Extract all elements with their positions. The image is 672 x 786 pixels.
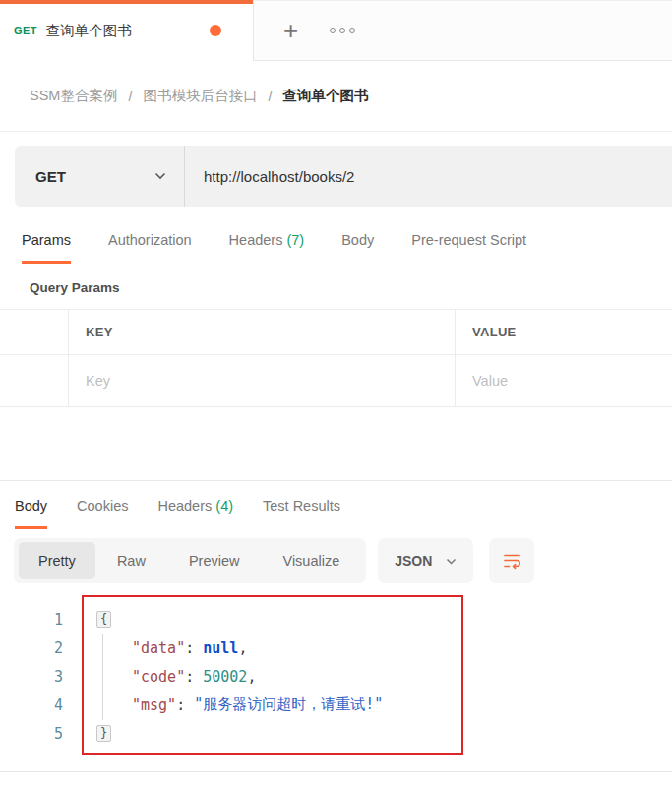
tab-method-badge: GET (14, 25, 37, 36)
json-comma: , (238, 639, 247, 657)
tab-strip: GET 查询单个图书 + (0, 0, 672, 61)
fold-toggle-icon[interactable]: { (96, 611, 111, 628)
tab-strip-rest: + (254, 0, 672, 61)
code-line: 4 "msg": "服务器访问超时，请重试!" (0, 691, 672, 719)
line-number: 1 (0, 611, 79, 629)
breadcrumb-item-folder[interactable]: 图书模块后台接口 (143, 87, 257, 105)
chevron-down-icon (154, 172, 166, 180)
json-value-null: null (203, 639, 238, 657)
param-key-input[interactable] (86, 373, 436, 389)
fold-toggle-icon[interactable]: } (96, 725, 111, 742)
code-line: 2 "data": null, (0, 634, 672, 662)
breadcrumb-item-request: 查询单个图书 (282, 87, 368, 105)
tab-pre-request-script[interactable]: Pre-request Script (411, 232, 526, 264)
request-bar: GET (15, 146, 672, 207)
tab-params[interactable]: Params (22, 232, 71, 264)
tab-authorization[interactable]: Authorization (108, 232, 192, 264)
unsaved-dot-icon (210, 25, 221, 36)
view-raw[interactable]: Raw (95, 542, 167, 579)
select-column-header (0, 310, 69, 354)
view-preview[interactable]: Preview (167, 542, 262, 579)
response-tab-headers[interactable]: Headers (4) (157, 498, 233, 529)
param-value-input[interactable] (472, 373, 662, 389)
value-column-header: VALUE (472, 325, 517, 339)
line-number: 4 (0, 696, 79, 714)
response-tab-cookies[interactable]: Cookies (77, 498, 128, 529)
response-headers-count-badge: (4) (215, 498, 233, 514)
tab-body[interactable]: Body (341, 232, 374, 264)
wrap-lines-icon (502, 551, 522, 572)
response-tab-body[interactable]: Body (15, 498, 47, 529)
url-input[interactable] (185, 146, 672, 207)
bottom-divider (0, 771, 672, 772)
query-params-table: KEY VALUE (0, 309, 672, 407)
request-tabs: Params Authorization Headers (7) Body Pr… (0, 232, 672, 264)
indent-guide-line (102, 634, 103, 720)
breadcrumb-item-collection[interactable]: SSM整合案例 (30, 87, 117, 105)
response-tab-test-results[interactable]: Test Results (263, 498, 340, 529)
method-select-value: GET (35, 168, 154, 185)
json-colon: : (185, 668, 203, 686)
table-row (0, 354, 672, 406)
view-switcher: Pretty Raw Preview Visualize (14, 538, 366, 583)
response-body-viewer[interactable]: 1 { 2 "data": null, 3 "code": 50002, 4 "… (0, 583, 672, 748)
code-line: 1 { (0, 605, 672, 634)
line-number: 3 (0, 668, 79, 686)
request-tab[interactable]: GET 查询单个图书 (0, 0, 254, 61)
row-select-cell (0, 355, 69, 406)
json-comma: , (247, 668, 256, 686)
headers-count-badge: (7) (286, 232, 304, 248)
json-key: "code" (132, 668, 185, 686)
new-tab-button[interactable]: + (283, 18, 298, 43)
format-select[interactable]: JSON (378, 538, 473, 583)
json-key: "data" (132, 639, 185, 657)
table-header-row: KEY VALUE (0, 310, 672, 354)
method-select[interactable]: GET (15, 146, 184, 207)
response-headers-label: Headers (157, 498, 212, 514)
line-number: 2 (0, 639, 79, 657)
wrap-lines-button[interactable] (489, 538, 534, 583)
code-line: 5 } (0, 719, 672, 748)
json-value-string: "服务器访问超时，请重试!" (194, 695, 383, 714)
breadcrumb: SSM整合案例 / 图书模块后台接口 / 查询单个图书 (0, 61, 672, 132)
response-toolbar: Pretty Raw Preview Visualize JSON (14, 538, 672, 583)
json-value-number: 50002 (203, 668, 247, 686)
chevron-down-icon (446, 558, 457, 565)
tab-headers-label: Headers (229, 232, 283, 248)
format-select-value: JSON (395, 553, 432, 569)
breadcrumb-separator: / (128, 89, 132, 104)
more-options-icon[interactable] (330, 28, 355, 33)
view-pretty[interactable]: Pretty (19, 542, 95, 579)
code-line: 3 "code": 50002, (0, 662, 672, 691)
json-key: "msg" (132, 696, 176, 714)
response-tabs: Body Cookies Headers (4) Test Results (0, 481, 672, 529)
query-params-title: Query Params (30, 280, 672, 295)
json-colon: : (176, 696, 194, 714)
line-number: 5 (0, 725, 79, 743)
breadcrumb-separator: / (268, 89, 272, 104)
view-visualize[interactable]: Visualize (261, 542, 361, 579)
tab-headers[interactable]: Headers (7) (229, 232, 305, 264)
json-colon: : (185, 639, 203, 657)
key-column-header: KEY (86, 325, 113, 339)
tab-title: 查询单个图书 (46, 22, 132, 40)
